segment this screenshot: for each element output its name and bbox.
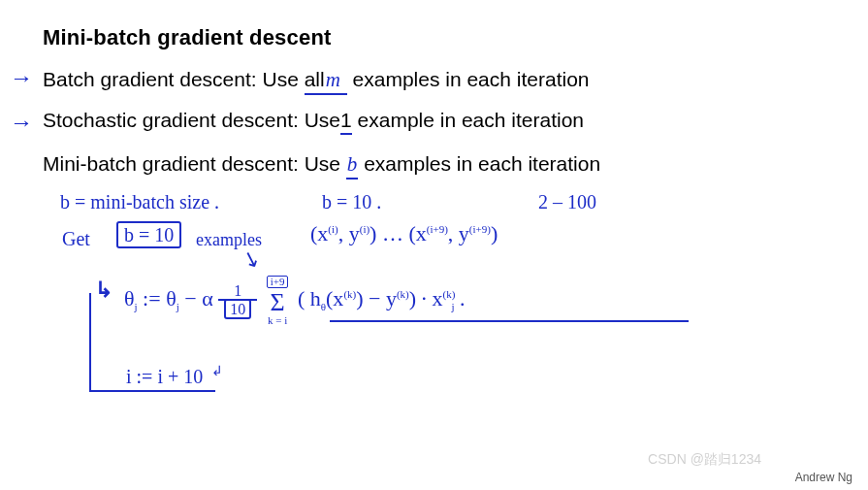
t: k = i: [267, 315, 289, 326]
hw-b-box: b = 10: [116, 225, 181, 245]
hw-get: Get: [62, 229, 90, 248]
fraction: 110: [218, 283, 257, 318]
den: 10: [218, 299, 257, 318]
loop-connector: [89, 293, 120, 392]
text: all: [305, 68, 325, 90]
arrow-icon: →: [10, 110, 33, 136]
bullet-batch: Batch gradient descent: Use allm example…: [43, 68, 829, 95]
box: b = 10: [116, 221, 181, 248]
text: examples in each iteration: [347, 68, 590, 90]
var-m: m: [325, 68, 341, 91]
t: .: [454, 286, 465, 310]
t: (x: [326, 286, 343, 310]
hw-example-tuples: (x(i), y(i)) … (x(i+9), y(i+9)): [310, 223, 498, 245]
var-b: b: [346, 152, 359, 176]
t: 1: [218, 283, 257, 299]
t: (k): [397, 288, 409, 300]
t: − α: [179, 286, 218, 310]
author-credit: Andrew Ng: [795, 471, 852, 484]
bullet-sgd: Stochastic gradient descent: Use 1 examp…: [43, 109, 829, 135]
hw-update-rule: θj := θj − α 110 i+9 Σ k = i ( hθ(x(k)) …: [124, 276, 465, 326]
underline: 1: [340, 109, 352, 135]
t: , y: [338, 221, 360, 245]
t: i+9: [267, 276, 289, 288]
slide-title: Mini-batch gradient descent: [43, 25, 829, 50]
t: ) · x: [409, 286, 443, 310]
t: ) − y: [356, 286, 397, 310]
t: (x: [310, 221, 328, 245]
hw-b-def: b = mini-batch size .: [60, 192, 219, 212]
hw-i-update: i := i + 10: [126, 367, 203, 386]
slide-root: Mini-batch gradient descent → Batch grad…: [0, 0, 868, 490]
sigma: i+9 Σ k = i: [267, 276, 289, 326]
arrow-icon: →: [10, 65, 33, 91]
text: example in each iteration: [352, 109, 584, 131]
t: := θ: [138, 286, 177, 310]
underline: b: [346, 152, 359, 180]
loop-arrowhead-icon: ↲: [211, 365, 223, 378]
watermark: CSDN @踏归1234: [648, 451, 761, 469]
hw-b-range: 2 – 100: [538, 192, 596, 212]
underline-rule: [330, 320, 689, 322]
t: (i+9): [427, 223, 448, 235]
underline: allm: [305, 68, 347, 95]
t: (i+9): [469, 223, 491, 235]
t: ): [491, 221, 498, 245]
t: , y: [448, 221, 469, 245]
hw-b-val: b = 10 .: [322, 192, 381, 212]
sigma-icon: Σ: [267, 290, 289, 315]
t: (k): [343, 288, 356, 300]
text: Mini-batch gradient descent: Use: [43, 152, 346, 175]
text: examples in each iteration: [358, 152, 600, 175]
text: Stochastic gradient descent: Use: [43, 109, 340, 131]
t: θ: [124, 286, 135, 310]
t: (i): [328, 223, 338, 235]
arrow-icon: ↘: [240, 246, 263, 272]
text: Batch gradient descent: Use: [43, 68, 305, 90]
t: (i): [360, 223, 370, 235]
t: 10: [224, 299, 251, 319]
bullet-mini: Mini-batch gradient descent: Use b examp…: [43, 152, 829, 180]
loop-connector-h: [89, 390, 215, 392]
t: ( h: [298, 286, 321, 310]
t: ) … (x: [370, 221, 427, 245]
